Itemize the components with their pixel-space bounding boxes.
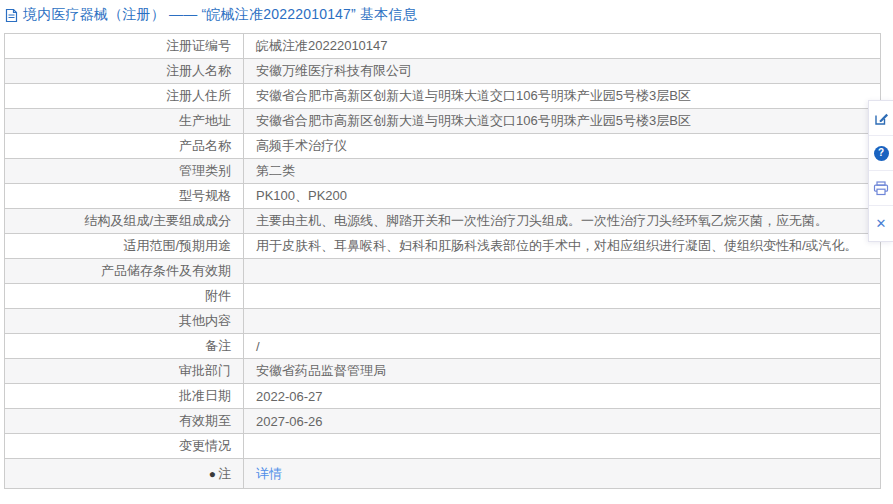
row-label: 型号规格 [5,184,244,209]
row-label: 附件 [5,284,244,309]
page-title: 境内医疗器械（注册） —— “皖械注准20222010147” 基本信息 [23,6,417,24]
table-row: 适用范围/预期用途用于皮肤科、耳鼻喉科、妇科和肛肠科浅表部位的手术中，对相应组织… [5,234,881,259]
row-label: 生产地址 [5,109,244,134]
row-value [244,259,881,284]
table-row: 注册证编号皖械注准20222010147 [5,34,881,59]
table-row: 管理类别第二类 [5,159,881,184]
row-value: PK100、PK200 [244,184,881,209]
table-row: 注册人名称安徽万维医疗科技有限公司 [5,59,881,84]
row-label: 注册证编号 [5,34,244,59]
row-label: 产品名称 [5,134,244,159]
row-value: 安徽万维医疗科技有限公司 [244,59,881,84]
row-label: ●注 [5,459,244,489]
row-label: 注册人住所 [5,84,244,109]
table-row: 有效期至2027-06-26 [5,409,881,434]
row-label: 审批部门 [5,359,244,384]
row-label: 注册人名称 [5,59,244,84]
row-value: 第二类 [244,159,881,184]
detail-link[interactable]: 详情 [256,466,282,481]
row-value [244,284,881,309]
row-label: 适用范围/预期用途 [5,234,244,259]
print-icon [873,181,889,196]
row-value: 安徽省合肥市高新区创新大道与明珠大道交口106号明珠产业园5号楼3层B区 [244,84,881,109]
table-row: 产品名称高频手术治疗仪 [5,134,881,159]
row-value [244,434,881,459]
document-icon [5,8,18,23]
help-button[interactable]: ? [869,136,893,171]
row-value: / [244,334,881,359]
print-button[interactable] [869,171,893,206]
row-label: 备注 [5,334,244,359]
row-value [244,309,881,334]
side-toolbar: ? ✕ [868,100,893,242]
device-info-table: 注册证编号皖械注准20222010147注册人名称安徽万维医疗科技有限公司注册人… [4,33,881,489]
table-row: 备注/ [5,334,881,359]
table-row: 变更情况 [5,434,881,459]
row-value: 皖械注准20222010147 [244,34,881,59]
row-label: 管理类别 [5,159,244,184]
row-value: 安徽省合肥市高新区创新大道与明珠大道交口106号明珠产业园5号楼3层B区 [244,109,881,134]
row-label: 其他内容 [5,309,244,334]
row-value: 2022-06-27 [244,384,881,409]
close-icon: ✕ [876,217,887,230]
row-label: 产品储存条件及有效期 [5,259,244,284]
row-value: 高频手术治疗仪 [244,134,881,159]
table-row: ●注详情 [5,459,881,489]
table-row: 其他内容 [5,309,881,334]
table-row: 产品储存条件及有效期 [5,259,881,284]
row-value: 用于皮肤科、耳鼻喉科、妇科和肛肠科浅表部位的手术中，对相应组织进行凝固、使组织变… [244,234,881,259]
table-row: 审批部门安徽省药品监督管理局 [5,359,881,384]
row-label: 有效期至 [5,409,244,434]
edit-button[interactable] [869,101,893,136]
row-value: 安徽省药品监督管理局 [244,359,881,384]
page-header: 境内医疗器械（注册） —— “皖械注准20222010147” 基本信息 [5,4,417,26]
edit-icon [874,111,889,126]
row-value: 2027-06-26 [244,409,881,434]
table-row: 附件 [5,284,881,309]
table-row: 批准日期2022-06-27 [5,384,881,409]
row-label: 变更情况 [5,434,244,459]
row-value: 详情 [244,459,881,489]
note-dot-icon: ● [209,467,216,481]
help-icon: ? [874,146,889,161]
info-table-body: 注册证编号皖械注准20222010147注册人名称安徽万维医疗科技有限公司注册人… [5,34,881,489]
close-button[interactable]: ✕ [869,206,893,241]
table-row: 注册人住所安徽省合肥市高新区创新大道与明珠大道交口106号明珠产业园5号楼3层B… [5,84,881,109]
row-value: 主要由主机、电源线、脚踏开关和一次性治疗刀头组成。一次性治疗刀头经环氧乙烷灭菌，… [244,209,881,234]
table-row: 生产地址安徽省合肥市高新区创新大道与明珠大道交口106号明珠产业园5号楼3层B区 [5,109,881,134]
table-row: 结构及组成/主要组成成分主要由主机、电源线、脚踏开关和一次性治疗刀头组成。一次性… [5,209,881,234]
table-row: 型号规格PK100、PK200 [5,184,881,209]
row-label: 批准日期 [5,384,244,409]
row-label: 结构及组成/主要组成成分 [5,209,244,234]
